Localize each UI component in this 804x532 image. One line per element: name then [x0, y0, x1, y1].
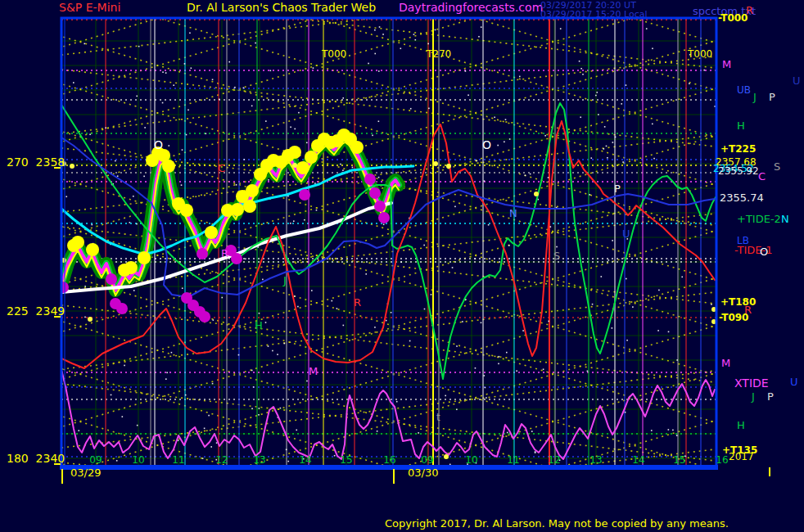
chart-annotation-letter: N [509, 208, 517, 219]
right-margin-label: -T090 [719, 313, 748, 322]
hour-axis-label: 11 [172, 455, 184, 465]
hour-axis-label: 15 [340, 455, 352, 465]
right-margin-label: XTIDE [734, 377, 769, 389]
chart-annotation-letter: t [436, 413, 440, 422]
chart-annotation-letter: R [354, 297, 361, 308]
date-axis-label: 03/30 [408, 467, 438, 478]
hour-axis-label: 14 [632, 455, 644, 465]
right-margin-label: U [790, 376, 798, 387]
chart-annotation-letter: T270 [427, 49, 451, 59]
date-axis-label: 03/29 [70, 467, 101, 478]
copyright-notice: Copyright 2017, Dr. Al Larson. May not b… [385, 518, 729, 529]
hour-axis-label: 12 [548, 455, 560, 465]
hour-axis-label: 16 [383, 455, 395, 465]
right-margin-label: C [758, 171, 766, 182]
right-margin-label: 2017 [729, 452, 754, 462]
right-margin-label: U [793, 75, 801, 86]
right-margin-label: P [769, 92, 775, 102]
timestamp-local: 03/29/2017 15:20 Local [540, 10, 648, 19]
chart-annotation-letter: O [154, 139, 163, 151]
hour-axis-label: 10 [132, 455, 144, 465]
chart-annotation-letter: R [221, 248, 228, 259]
price-chart-canvas [0, 0, 804, 532]
hour-axis-label: 15 [673, 455, 685, 465]
chart-annotation-letter: C [218, 163, 225, 174]
chart-annotation-letter: M [309, 366, 318, 376]
right-margin-label: +T225 [720, 144, 756, 154]
right-margin-label: H [737, 420, 745, 431]
chart-annotation-letter: T000 [688, 49, 712, 59]
hour-axis-label: 14 [299, 455, 311, 465]
right-margin-label: UB [737, 85, 751, 95]
hour-axis-label: 13 [253, 455, 265, 465]
right-margin-label: 2355.74 [720, 192, 764, 203]
chart-annotation-letter: U [622, 228, 630, 239]
hour-axis-label: 11 [507, 455, 519, 465]
chaos-trader-screen: S&P E-Mini Dr. Al Larson's Chaos Trader … [0, 0, 804, 532]
hour-axis-label: 16 [716, 455, 728, 465]
price-axis-label: 225 2349 [7, 305, 65, 317]
right-margin-label: M [721, 358, 730, 368]
hour-axis-label: 09 [89, 455, 102, 465]
right-margin-label: 2355.92 [718, 166, 759, 176]
hour-axis-label: 12 [215, 455, 228, 465]
chart-annotation-letter: O [482, 139, 491, 151]
hour-axis-label: 13 [589, 455, 602, 465]
right-margin-label: +TIDE-2 [737, 214, 781, 224]
hour-axis-label: 10 [465, 455, 477, 465]
site-link[interactable]: Daytradingforecasts.com [399, 2, 543, 13]
right-margin-label: S [774, 161, 780, 172]
chart-annotation-letter: J [283, 275, 287, 286]
right-margin-label: J [752, 391, 755, 402]
page-title: Dr. Al Larson's Chaos Trader Web [187, 2, 376, 13]
hour-axis-label: 09 [421, 455, 433, 465]
price-axis-label: 270 2358 [7, 156, 65, 168]
price-axis-label: 180 2340 [7, 453, 65, 464]
right-margin-label: P [767, 391, 774, 402]
chart-annotation-letter: P [614, 183, 621, 194]
right-margin-label: M [722, 59, 731, 70]
symbol-label: S&P E-Mini [59, 2, 120, 13]
right-margin-label: O [760, 246, 768, 257]
right-margin-label: -T000 [718, 13, 748, 23]
chart-annotation-letter: H [255, 320, 263, 331]
right-margin-label: N [781, 214, 789, 224]
chart-annotation-letter: T000 [322, 49, 346, 59]
right-margin-label: J [753, 92, 757, 102]
chart-annotation-letter: S [553, 250, 560, 261]
right-margin-label: H [737, 120, 745, 131]
